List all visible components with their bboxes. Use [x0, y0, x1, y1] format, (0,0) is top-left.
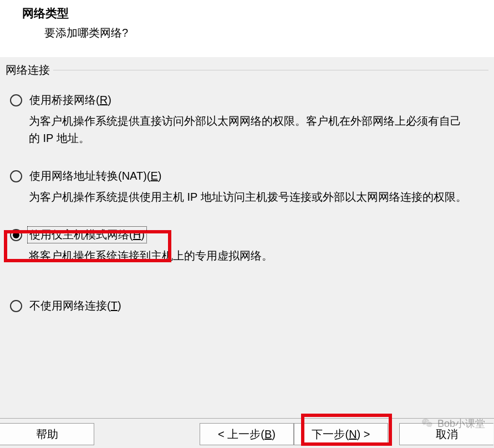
option-nat-label[interactable]: 使用网络地址转换(NAT)(E): [28, 168, 164, 184]
content-area: 网络连接 使用桥接网络(R) 为客户机操作系统提供直接访问外部以太网网络的权限。…: [0, 57, 494, 314]
hotkey: T: [111, 299, 118, 312]
radio-icon[interactable]: [10, 170, 22, 182]
label-text: 使用桥接网络(: [29, 94, 100, 106]
page-subtitle: 要添加哪类网络?: [22, 26, 483, 40]
group-header: 网络连接: [6, 63, 488, 78]
hotkey: R: [100, 94, 108, 106]
label-text: 不使用网络连接(: [29, 299, 111, 312]
radio-icon[interactable]: [10, 94, 22, 106]
hotkey: B: [264, 428, 272, 441]
wizard-header: 网络类型 要添加哪类网络?: [0, 0, 494, 57]
option-bridge-label[interactable]: 使用桥接网络(R): [28, 92, 113, 108]
group-divider: [53, 70, 488, 70]
option-nat-desc: 为客户机操作系统提供使用主机 IP 地址访问主机拨号连接或外部以太网网络连接的权…: [29, 189, 472, 206]
option-none-label[interactable]: 不使用网络连接(T): [28, 298, 123, 314]
option-hostonly-label[interactable]: 使用仅主机模式网络(H): [28, 227, 146, 243]
group-label: 网络连接: [6, 63, 50, 78]
label-text: ): [118, 299, 121, 312]
hotkey: E: [151, 170, 158, 182]
back-button[interactable]: < 上一步(B): [200, 423, 294, 445]
label-text: ): [141, 228, 145, 241]
label-text: 使用仅主机模式网络(: [29, 228, 133, 241]
button-bar: 帮助 < 上一步(B) 下一步(N) > 取消: [0, 418, 494, 448]
option-bridge-desc: 为客户机操作系统提供直接访问外部以太网网络的权限。客户机在外部网络上必须有自己的…: [29, 113, 472, 147]
option-hostonly[interactable]: 使用仅主机模式网络(H) 将客户机操作系统连接到主机上的专用虚拟网络。: [10, 227, 488, 264]
option-none[interactable]: 不使用网络连接(T): [10, 298, 488, 314]
label-text: ): [108, 94, 111, 106]
page-title: 网络类型: [22, 6, 483, 21]
label-text: ): [272, 428, 276, 441]
label-text: 使用网络地址转换(NAT)(: [29, 170, 151, 182]
radio-icon[interactable]: [10, 300, 22, 312]
label-text: ): [158, 170, 162, 182]
option-bridge[interactable]: 使用桥接网络(R) 为客户机操作系统提供直接访问外部以太网网络的权限。客户机在外…: [10, 92, 488, 147]
hotkey: H: [133, 228, 141, 241]
next-button[interactable]: 下一步(N) >: [294, 423, 388, 445]
label-text: ) >: [357, 428, 370, 441]
help-button[interactable]: 帮助: [0, 423, 94, 445]
label-text: < 上一步(: [218, 427, 264, 442]
hotkey: N: [349, 428, 357, 441]
cancel-button[interactable]: 取消: [399, 423, 493, 445]
option-hostonly-desc: 将客户机操作系统连接到主机上的专用虚拟网络。: [29, 247, 472, 264]
label-text: 下一步(: [312, 427, 349, 442]
option-nat[interactable]: 使用网络地址转换(NAT)(E) 为客户机操作系统提供使用主机 IP 地址访问主…: [10, 168, 488, 206]
radio-icon[interactable]: [10, 229, 22, 241]
